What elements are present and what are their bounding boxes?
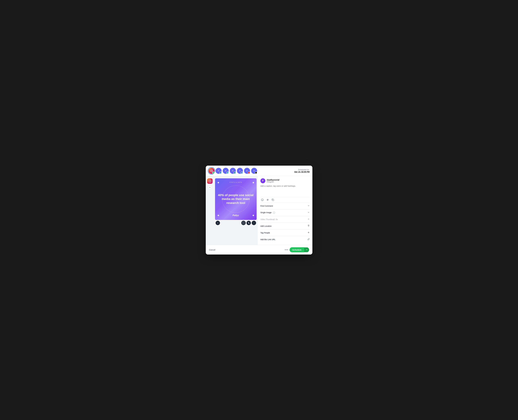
video-thumbnail-plus-icon — [307, 218, 310, 221]
scroll-up-button[interactable] — [208, 186, 212, 189]
video-thumbnail-section[interactable]: Video Thumbnail: 0s — [260, 216, 310, 223]
image-controls: + ··· — [215, 221, 257, 225]
svg-point-10 — [308, 225, 309, 225]
single-image-section[interactable]: Single Image i — [260, 209, 310, 216]
post-image: STATS & DATA ✦ ✦ ✦ ✦ 40% of people use s… — [215, 178, 257, 220]
instagram-active-icon — [207, 178, 213, 184]
platform-tab-li[interactable]: P in — [230, 168, 236, 174]
svg-point-6 — [261, 199, 263, 201]
account-info: @pallyysocial Instagram — [267, 179, 280, 183]
right-panel: P @pallyysocial Instagram — [258, 176, 312, 245]
svg-rect-3 — [208, 180, 211, 182]
svg-point-8 — [262, 199, 263, 200]
caption-textarea[interactable] — [260, 185, 310, 196]
platform-tab-google[interactable]: P 👤 — [237, 168, 243, 174]
add-bio-link-section[interactable]: Add Bio Link URL — [260, 236, 310, 243]
svg-point-5 — [210, 180, 211, 180]
first-comment-section[interactable]: First Comment — [260, 203, 310, 209]
emoji-button[interactable] — [260, 198, 264, 202]
schedule-caret-button[interactable] — [304, 248, 309, 252]
info-badge: i — [273, 212, 275, 214]
svg-point-4 — [209, 180, 210, 181]
location-icon — [307, 225, 310, 227]
platform-tabs-bar: ✓ P f P 🐦 P in P 👤 P P P ♪ — [206, 166, 312, 176]
scheduled-date[interactable]: Apr 14, 02:00 PM — [294, 171, 310, 173]
single-image-chevron-icon — [307, 211, 310, 214]
left-panel — [206, 176, 214, 245]
schedule-button[interactable]: Schedule — [289, 247, 304, 252]
spark-bottom-left: ✦ — [217, 214, 220, 218]
platform-tab-pin[interactable]: P P — [244, 168, 250, 174]
account-avatar: P — [260, 178, 265, 183]
link-icon — [307, 238, 310, 241]
control-group: ··· — [241, 221, 256, 225]
first-comment-label: First Comment — [260, 205, 273, 207]
platform-tab-ig[interactable]: ✓ — [208, 168, 215, 174]
post-main-text: 40% of people use social media as their … — [215, 190, 257, 208]
video-thumbnail-label: Video Thumbnail: 0s — [260, 218, 278, 220]
add-location-section[interactable]: Add Location — [260, 223, 310, 230]
spark-top-left: ✦ — [217, 181, 220, 185]
cancel-button[interactable]: Cancel — [209, 249, 215, 251]
repost-button[interactable] — [246, 221, 251, 225]
platform-tab-tik[interactable]: P ♪ — [251, 168, 257, 174]
expand-button[interactable] — [241, 221, 246, 225]
spark-top-right: ✦ — [252, 181, 255, 185]
tag-people-label: Tag People — [260, 232, 270, 234]
add-media-button[interactable]: + — [216, 221, 220, 225]
brand-name: Pallyy — [233, 214, 239, 217]
account-platform: Instagram — [267, 181, 280, 183]
svg-point-7 — [262, 199, 262, 200]
hashtag-button[interactable] — [266, 198, 269, 202]
stats-label: STATS & DATA — [229, 182, 242, 183]
add-bio-link-label: Add Bio Link URL — [260, 238, 276, 240]
svg-point-2 — [212, 170, 212, 170]
platform-tab-fb[interactable]: P f — [216, 168, 222, 174]
platform-tab-tw[interactable]: P 🐦 — [223, 168, 229, 174]
tag-people-plus-icon — [307, 231, 310, 234]
caption-toolbar — [260, 197, 310, 203]
tag-people-section[interactable]: Tag People — [260, 230, 310, 236]
more-options-button[interactable]: ••• — [285, 248, 289, 251]
modal: ✓ P f P 🐦 P in P 👤 P P P ♪ — [206, 166, 312, 255]
modal-footer: Cancel ••• Schedule — [206, 245, 312, 255]
account-handle: @pallyysocial — [267, 179, 280, 181]
first-comment-chevron-icon — [307, 205, 310, 207]
copy-button[interactable] — [271, 198, 275, 202]
single-image-label: Single Image i — [260, 211, 275, 214]
more-options-image-button[interactable]: ··· — [252, 221, 256, 225]
spark-bottom-right: ✦ — [252, 214, 255, 218]
schedule-button-group: Schedule — [289, 247, 309, 252]
scheduled-info: Scheduled for: Apr 14, 02:00 PM — [294, 169, 310, 173]
add-location-label: Add Location — [260, 225, 272, 227]
preview-area: STATS & DATA ✦ ✦ ✦ ✦ 40% of people use s… — [214, 176, 258, 245]
scheduled-for-label: Scheduled for: — [294, 169, 310, 171]
modal-body: STATS & DATA ✦ ✦ ✦ ✦ 40% of people use s… — [206, 176, 312, 245]
svg-rect-9 — [273, 199, 274, 201]
svg-rect-0 — [210, 169, 213, 172]
footer-right: ••• Schedule — [285, 247, 309, 252]
account-row: P @pallyysocial Instagram — [260, 178, 310, 183]
